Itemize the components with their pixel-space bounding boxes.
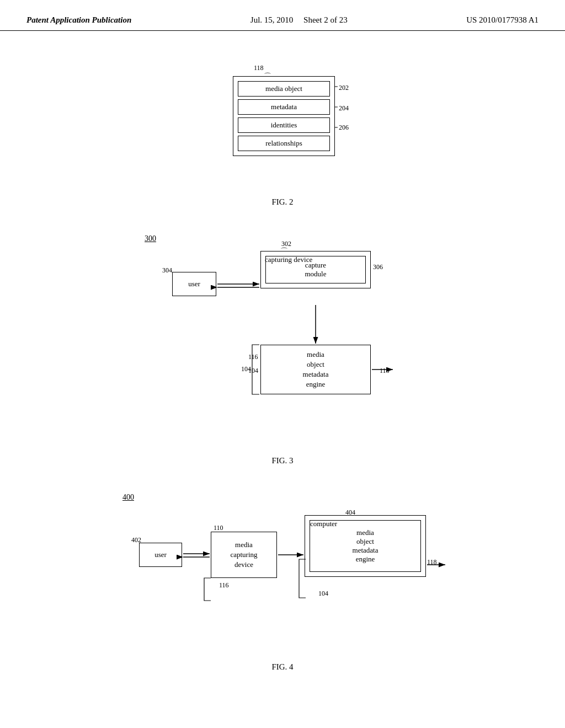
- fig3-section: 300 302 ⌒ capturemodule capturing device…: [33, 229, 532, 465]
- sheet-number: Sheet 2 of 23: [303, 15, 348, 24]
- fig2-section: 118 ⌒ media object metadata identities r…: [33, 47, 532, 207]
- ref-204: 204: [339, 104, 349, 113]
- ref-206: 206: [339, 124, 349, 132]
- date-sheet: Jul. 15, 2010 Sheet 2 of 23: [250, 15, 348, 25]
- fig4-label: FIG. 4: [271, 662, 293, 672]
- fig2-label: FIG. 2: [271, 197, 293, 207]
- publication-title: Patent Application Publication: [26, 15, 131, 25]
- fig4-section: 400 user 402 mediacapturingdevice 110 me…: [33, 488, 532, 672]
- svg-text:104: 104: [241, 365, 251, 373]
- fig3-label: FIG. 3: [271, 456, 293, 465]
- page-content: 118 ⌒ media object metadata identities r…: [0, 31, 565, 710]
- publication-date: Jul. 15, 2010: [250, 15, 294, 24]
- fig4-arrows: media capturing device --> media engine …: [117, 493, 448, 656]
- page-header: Patent Application Publication Jul. 15, …: [0, 0, 565, 31]
- patent-number: US 2010/0177938 A1: [466, 15, 539, 25]
- fig3-bracket2: 104: [139, 234, 426, 449]
